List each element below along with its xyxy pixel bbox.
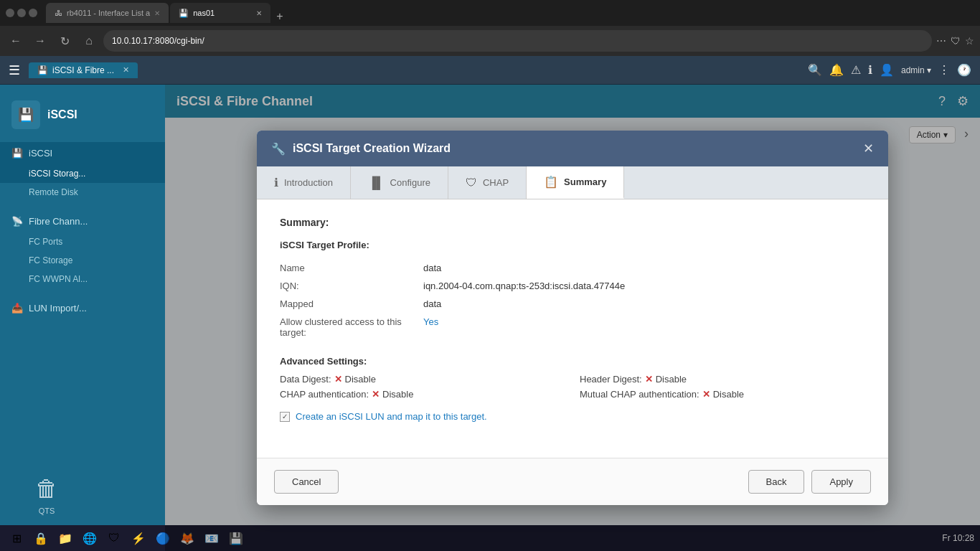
- menu-button[interactable]: ☰: [9, 62, 20, 78]
- search-icon[interactable]: 🔍: [808, 63, 822, 77]
- sidebar-logo-icon: 💾: [11, 100, 40, 129]
- footer-right-buttons: Back Apply: [748, 470, 871, 494]
- trash-icon-area: 🗑 QTS: [29, 471, 65, 515]
- wizard-title: 🔧 iSCSI Target Creation Wizard: [271, 142, 451, 156]
- maximize-button[interactable]: [17, 9, 26, 17]
- sidebar-item-lun-import[interactable]: 📥 LUN Import/...: [0, 297, 165, 319]
- table-row: Mapped data: [280, 295, 865, 313]
- app-bar-actions: 🔍 🔔 ⚠ ℹ 👤 admin ▾ ⋮ 🕐: [808, 63, 971, 77]
- taskbar-item-1[interactable]: ⊞: [6, 527, 27, 549]
- info-table: Name data IQN: iqn.2004-04.com.qnap:ts-2…: [280, 259, 865, 342]
- user-icon[interactable]: 👤: [880, 63, 894, 77]
- taskbar-item-4[interactable]: 🌐: [79, 527, 100, 549]
- sidebar-item-fc-ports[interactable]: FC Ports: [0, 232, 165, 251]
- sidebar-section-fc: 📡 Fibre Chann... FC Ports FC Storage FC …: [0, 206, 165, 293]
- minimize-button[interactable]: [6, 9, 14, 17]
- configure-tab-icon: ▐▌: [368, 176, 385, 189]
- wizard-tab-chap[interactable]: 🛡 CHAP: [448, 166, 527, 199]
- taskbar-item-5[interactable]: 🛡: [103, 527, 125, 549]
- introduction-tab-label: Introduction: [284, 177, 333, 188]
- forward-button[interactable]: →: [30, 31, 50, 51]
- new-tab-button[interactable]: +: [272, 10, 287, 23]
- shield-icon: 🛡: [951, 35, 961, 47]
- browser-tabs: 🖧 rb4011 - Interface List a ✕ 💾 nas01 ✕ …: [40, 3, 974, 23]
- back-button[interactable]: ←: [6, 31, 26, 51]
- overlay: 🔧 iSCSI Target Creation Wizard ✕ ℹ Intro…: [165, 85, 980, 551]
- taskbar-item-6[interactable]: ⚡: [128, 527, 149, 549]
- main-area: 💾 iSCSI 💾 iSCSI iSCSI Storag... Remote D…: [0, 85, 980, 551]
- taskbar-item-3[interactable]: 📁: [55, 527, 76, 549]
- summary-heading: Summary:: [280, 217, 865, 228]
- data-digest-value: Disable: [345, 374, 376, 385]
- summary-tab-label: Summary: [564, 176, 606, 187]
- header-digest-value: Disable: [656, 374, 687, 385]
- sidebar-iscsi-label: iSCSI: [29, 148, 52, 159]
- sidebar-item-fc-storage[interactable]: FC Storage: [0, 251, 165, 270]
- mutual-chap-item: Mutual CHAP authentication: ✕ Disable: [580, 389, 865, 400]
- browser-tab-1[interactable]: 🖧 rb4011 - Interface List a ✕: [46, 3, 169, 23]
- browser-tab-2[interactable]: 💾 nas01 ✕: [170, 3, 270, 23]
- remote-disk-label: Remote Disk: [29, 187, 78, 197]
- app-tab[interactable]: 💾 iSCSI & Fibre ... ✕: [29, 62, 138, 78]
- sidebar-section-lun: 📥 LUN Import/...: [0, 293, 165, 324]
- sidebar-section-iscsi: 💾 iSCSI iSCSI Storag... Remote Disk: [0, 138, 165, 206]
- sidebar: 💾 iSCSI 💾 iSCSI iSCSI Storag... Remote D…: [0, 85, 165, 551]
- extensions-icon: ⋯: [936, 35, 946, 47]
- chap-auth-label: CHAP authentication:: [280, 389, 369, 400]
- lun-import-icon: 📥: [11, 303, 23, 314]
- create-lun-checkbox-row: ✓ Create an iSCSI LUN and map it to this…: [280, 411, 865, 422]
- app-tab-label: iSCSI & Fibre ...: [52, 65, 114, 75]
- back-button[interactable]: Back: [748, 470, 805, 494]
- sidebar-item-fibre-channel[interactable]: 📡 Fibre Chann...: [0, 210, 165, 232]
- address-bar[interactable]: [103, 30, 932, 52]
- wizard-tab-configure[interactable]: ▐▌ Configure: [351, 166, 448, 199]
- wizard-header: 🔧 iSCSI Target Creation Wizard ✕: [257, 131, 888, 166]
- app-tab-close[interactable]: ✕: [123, 65, 129, 75]
- alerts-icon[interactable]: ⚠: [851, 63, 861, 77]
- home-button[interactable]: ⌂: [79, 31, 99, 51]
- sidebar-item-iscsi-storage[interactable]: iSCSI Storag...: [0, 164, 165, 183]
- apply-button[interactable]: Apply: [811, 470, 871, 494]
- content-area: iSCSI & Fibre Channel ? ⚙ Action ▾ › 🔧 i…: [165, 85, 980, 551]
- sidebar-item-iscsi[interactable]: 💾 iSCSI: [0, 142, 165, 164]
- browser-titlebar: 🖧 rb4011 - Interface List a ✕ 💾 nas01 ✕ …: [0, 0, 980, 26]
- create-lun-checkbox[interactable]: ✓: [280, 412, 290, 422]
- iscsi-icon: 💾: [11, 148, 23, 159]
- reload-button[interactable]: ↻: [55, 31, 75, 51]
- sidebar-item-remote-disk[interactable]: Remote Disk: [0, 183, 165, 202]
- info-icon[interactable]: ℹ: [868, 63, 872, 77]
- cancel-button[interactable]: Cancel: [274, 470, 339, 494]
- close-button[interactable]: [29, 9, 37, 17]
- more-icon[interactable]: ⋮: [938, 63, 950, 77]
- fibre-channel-label: Fibre Chann...: [29, 216, 88, 227]
- chap-auth-item: CHAP authentication: ✕ Disable: [280, 389, 565, 400]
- notifications-icon[interactable]: 🔔: [829, 63, 844, 77]
- wizard-close-button[interactable]: ✕: [863, 141, 874, 156]
- advanced-heading: Advanced Settings:: [280, 356, 865, 367]
- summary-tab-icon: 📋: [544, 175, 558, 189]
- sidebar-logo-text: iSCSI: [47, 108, 77, 121]
- tab1-close[interactable]: ✕: [154, 9, 160, 17]
- field-label-clustered: Allow clustered access to this target:: [280, 313, 423, 342]
- taskbar-item-2[interactable]: 🔒: [30, 527, 52, 549]
- clock-icon[interactable]: 🕐: [957, 63, 971, 77]
- trash-icon[interactable]: 🗑: [29, 471, 65, 507]
- browser-toolbar-icons: ⋯ 🛡 ☆: [936, 35, 974, 47]
- data-digest-item: Data Digest: ✕ Disable: [280, 374, 565, 385]
- iscsi-storage-label: iSCSI Storag...: [29, 169, 85, 179]
- field-value-name: data: [423, 259, 865, 277]
- wizard-tab-summary[interactable]: 📋 Summary: [527, 166, 624, 199]
- chap-auth-x-icon: ✕: [372, 389, 380, 400]
- trash-label: QTS: [29, 507, 65, 515]
- data-digest-label: Data Digest:: [280, 374, 331, 385]
- tab2-close[interactable]: ✕: [256, 9, 262, 17]
- profile-heading: iSCSI Target Profile:: [280, 240, 865, 250]
- field-value-clustered: Yes: [423, 313, 865, 342]
- tab2-favicon: 💾: [179, 9, 189, 18]
- admin-label: admin ▾: [901, 65, 931, 75]
- mutual-chap-x-icon: ✕: [702, 389, 710, 400]
- chap-tab-label: CHAP: [483, 177, 509, 188]
- wizard-tab-introduction[interactable]: ℹ Introduction: [257, 166, 351, 199]
- tab2-label: nas01: [193, 9, 215, 17]
- sidebar-item-fc-wwpn[interactable]: FC WWPN Al...: [0, 270, 165, 288]
